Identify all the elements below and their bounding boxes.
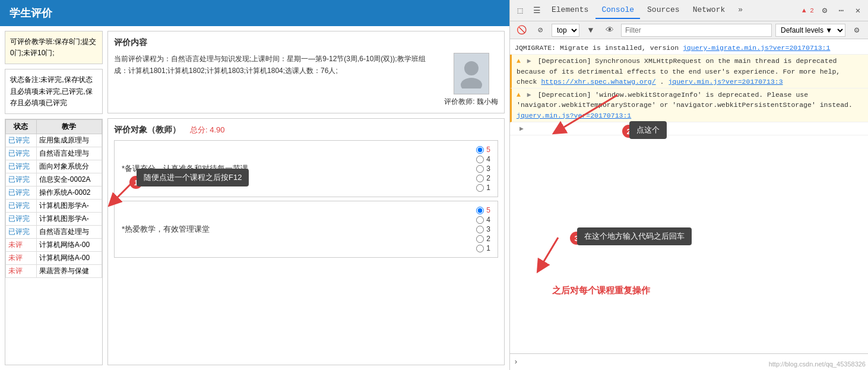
- radio-input-5-item-0[interactable]: [476, 146, 484, 154]
- eval-items: *备课充分，认真准备和对待每一节课54321*热爱教学，有效管理课堂54321: [114, 140, 498, 258]
- radio-option-1-item-0[interactable]: 1: [476, 184, 490, 192]
- tab-console[interactable]: Console: [595, 2, 640, 19]
- console-line-2: ▲ ▶ [Deprecation] 'window.webkitStorageI…: [510, 88, 868, 122]
- filter-input[interactable]: [621, 24, 772, 37]
- table-row[interactable]: 已评完 自然语言处理与: [6, 147, 102, 160]
- prohibit-icon[interactable]: ⊘: [533, 23, 548, 38]
- cell-status: 未评: [6, 264, 37, 277]
- context-select[interactable]: top: [552, 24, 579, 37]
- console-link-1b[interactable]: jquery.min.js?ver=20170713:3: [668, 78, 783, 86]
- inspect-element-button[interactable]: ⬚: [512, 3, 528, 18]
- radio-input-4-item-1[interactable]: [476, 216, 484, 224]
- main-app: 学生评价 可评价教学班:保存8门;提交0门;未评10门; 状态备注:未评完,保存…: [0, 0, 509, 370]
- cell-status: 未评: [6, 251, 37, 264]
- table-row[interactable]: 已评完 面向对象系统分: [6, 160, 102, 173]
- radio-option-5-item-0[interactable]: 5: [476, 146, 490, 154]
- table-row[interactable]: 已评完 计算机图形学A-: [6, 199, 102, 212]
- radio-option-4-item-0[interactable]: 4: [476, 155, 490, 163]
- error-badge: ▲ 2: [800, 3, 816, 18]
- status-legend-text: 状态备注:未评完,保存状态且必填项未评完,已评完,保存且必填项已评完: [10, 75, 93, 106]
- radio-input-3-item-0[interactable]: [476, 165, 484, 173]
- eval-item-label-0: *备课充分，认真准备和对待每一节课: [122, 163, 476, 174]
- levels-select[interactable]: Default levels ▼: [775, 24, 845, 37]
- table-row[interactable]: 已评完 信息安全-0002A: [6, 173, 102, 186]
- settings-button[interactable]: ⚙: [817, 3, 832, 18]
- radio-label-1: 1: [486, 244, 490, 252]
- app-header: 学生评价: [0, 0, 509, 26]
- context-dropdown-icon[interactable]: ▼: [583, 23, 598, 38]
- cell-status: 已评完: [6, 199, 37, 212]
- stats-card: 可评价教学班:保存8门;提交0门;未评10门;: [5, 31, 103, 64]
- radio-option-4-item-1[interactable]: 4: [476, 216, 490, 224]
- radio-input-1-item-0[interactable]: [476, 184, 484, 192]
- warn-icon-1: ▲: [517, 57, 521, 65]
- radio-option-3-item-1[interactable]: 3: [476, 225, 490, 233]
- sidebar: 可评价教学班:保存8门;提交0门;未评10门; 状态备注:未评完,保存状态且必填…: [5, 31, 103, 365]
- console-link-1a[interactable]: https://xhr.spec.whatwg.org/: [541, 78, 655, 86]
- expand-icon-2[interactable]: ▶: [527, 91, 531, 99]
- tab-network[interactable]: Network: [687, 2, 731, 19]
- eval-item-1: *热爱教学，有效管理课堂54321: [114, 201, 498, 258]
- device-toggle-button[interactable]: ☰: [529, 3, 544, 18]
- radio-input-5-item-1[interactable]: [476, 207, 484, 214]
- console-output: JQMIGRATE: Migrate is installed, version…: [510, 39, 868, 353]
- eval-description: 当前评价课程为：自然语言处理与知识发现;上课时间：星期一—第9-12节(3周,6…: [114, 53, 435, 107]
- radio-option-2-item-0[interactable]: 2: [476, 174, 490, 182]
- radio-group-0: 54321: [476, 146, 490, 192]
- col-course: 教学: [36, 119, 102, 134]
- close-devtools-button[interactable]: ✕: [850, 3, 866, 18]
- radio-group-1: 54321: [476, 206, 490, 252]
- app-title: 学生评价: [9, 6, 52, 20]
- radio-option-3-item-0[interactable]: 3: [476, 165, 490, 173]
- radio-label-3: 3: [486, 225, 490, 233]
- console-line-expand: ▶: [510, 122, 868, 135]
- radio-label-5: 5: [486, 146, 490, 154]
- table-row[interactable]: 未评 计算机网络A-00: [6, 251, 102, 264]
- radio-input-4-item-0[interactable]: [476, 156, 484, 163]
- radio-input-3-item-1[interactable]: [476, 226, 484, 233]
- customize-button[interactable]: ⋯: [834, 3, 849, 18]
- radio-input-2-item-0[interactable]: [476, 175, 484, 182]
- cell-course: 应用集成原理与: [36, 134, 102, 147]
- eval-content-title: 评价内容: [114, 37, 498, 48]
- warn-icon-2: ▲: [517, 91, 521, 99]
- console-link-2[interactable]: jquery.min.js?ver=20170713:1: [517, 112, 631, 119]
- devtools-panel: ⬚ ☰ Elements Console Sources Network » ▲…: [509, 0, 868, 370]
- console-text-1b: .: [660, 78, 669, 86]
- total-score: 总分: 4.90: [190, 125, 225, 135]
- expand-icon-1[interactable]: ▶: [527, 57, 531, 65]
- console-settings-icon[interactable]: ⚙: [849, 23, 864, 38]
- devtools-toolbar: ⬚ ☰ Elements Console Sources Network » ▲…: [510, 0, 868, 21]
- eval-content-section: 评价内容 当前评价课程为：自然语言处理与知识发现;上课时间：星期一—第9-12节…: [107, 31, 505, 113]
- cell-status: 已评完: [6, 134, 37, 147]
- table-row[interactable]: 已评完 计算机图形学A-: [6, 212, 102, 225]
- console-input[interactable]: [522, 358, 864, 366]
- console-text-2a: [Deprecation] 'window.webkitStorageInfo'…: [517, 91, 853, 109]
- table-row[interactable]: 已评完 操作系统A-0002: [6, 186, 102, 199]
- console-line-0: JQMIGRATE: Migrate is installed, version…: [510, 42, 868, 55]
- cell-course: 面向对象系统分: [36, 160, 102, 173]
- table-row[interactable]: 已评完 自然语言处理与: [6, 225, 102, 238]
- cell-status: 已评完: [6, 147, 37, 160]
- eye-icon[interactable]: 👁: [602, 23, 617, 38]
- table-row[interactable]: 未评 果蔬营养与保健: [6, 264, 102, 277]
- radio-input-1-item-1[interactable]: [476, 245, 484, 252]
- clear-console-button[interactable]: 🚫: [514, 23, 529, 38]
- tab-sources[interactable]: Sources: [641, 2, 686, 19]
- expand-arrow[interactable]: ▶: [519, 125, 524, 132]
- tab-elements[interactable]: Elements: [546, 2, 594, 19]
- table-row[interactable]: 已评完 应用集成原理与: [6, 134, 102, 147]
- radio-input-2-item-1[interactable]: [476, 235, 484, 243]
- radio-option-2-item-1[interactable]: 2: [476, 235, 490, 243]
- cell-course: 信息安全-0002A: [36, 173, 102, 186]
- radio-option-1-item-1[interactable]: 1: [476, 244, 490, 252]
- console-link-0[interactable]: jquery-migrate.min.js?ver=20170713:1: [683, 44, 830, 52]
- eval-target-header: 评价对象（教师） 总分: 4.90: [114, 125, 498, 135]
- cell-status: 已评完: [6, 160, 37, 173]
- radio-option-5-item-1[interactable]: 5: [476, 206, 490, 214]
- main-content: 评价内容 当前评价课程为：自然语言处理与知识发现;上课时间：星期一—第9-12节…: [107, 31, 505, 365]
- radio-label-3: 3: [486, 165, 490, 173]
- cell-status: 已评完: [6, 173, 37, 186]
- table-row[interactable]: 未评 计算机网络A-00: [6, 238, 102, 251]
- tab-more[interactable]: »: [732, 2, 749, 19]
